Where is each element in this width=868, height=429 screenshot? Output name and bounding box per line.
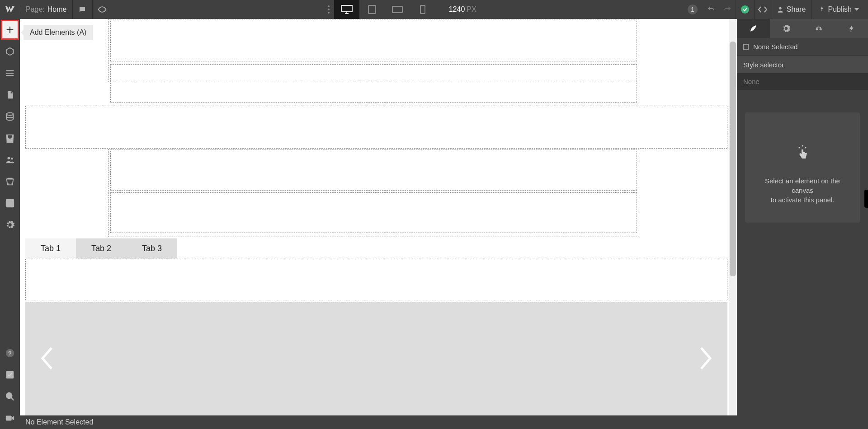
tab-content[interactable] [25, 259, 727, 300]
settings-button[interactable] [0, 192, 20, 214]
tab-1[interactable]: Tab 1 [25, 238, 76, 259]
tab-3[interactable]: Tab 3 [127, 238, 177, 259]
tabs-element[interactable]: Tab 1 Tab 2 Tab 3 [25, 238, 177, 259]
svg-rect-18 [6, 416, 12, 421]
canvas-element[interactable] [110, 64, 637, 103]
style-selector-input[interactable]: None [737, 73, 868, 90]
svg-point-2 [328, 12, 330, 14]
topbar-right: 1 Share Publish [688, 0, 868, 19]
redo-button[interactable] [719, 0, 736, 19]
comments-button[interactable] [72, 0, 92, 19]
more-viewports-icon[interactable] [323, 5, 334, 14]
share-label: Share [787, 5, 806, 14]
empty-text-line2: to activate this panel. [754, 195, 851, 205]
selection-icon [743, 44, 749, 50]
left-sidebar: ? [0, 19, 20, 429]
right-panel-tabs [737, 19, 868, 38]
project-settings-button[interactable] [0, 214, 20, 236]
page-label: Page: [26, 5, 45, 14]
style-tab[interactable] [737, 19, 770, 38]
breadcrumb-bar: No Element Selected [20, 415, 737, 429]
svg-rect-4 [368, 5, 376, 14]
video-button[interactable] [0, 407, 20, 429]
svg-point-11 [8, 183, 9, 185]
svg-point-10 [11, 158, 13, 160]
canvas-section[interactable] [25, 106, 727, 149]
pages-button[interactable] [0, 84, 20, 106]
canvas-scrollbar[interactable] [729, 19, 737, 415]
publish-button[interactable]: Publish [812, 5, 868, 14]
top-bar: Page: Home 1240PX [0, 0, 868, 19]
canvas-width-display[interactable]: 1240PX [449, 5, 476, 14]
cms-button[interactable] [0, 106, 20, 127]
pointer-icon [796, 144, 809, 163]
selection-label: None Selected [753, 43, 797, 51]
webflow-logo[interactable] [0, 0, 20, 19]
search-button[interactable] [0, 386, 20, 407]
empty-panel-message: Select an element on the canvas to activ… [745, 112, 860, 223]
slider-next-icon[interactable] [698, 346, 714, 376]
audit-button[interactable] [0, 364, 20, 386]
viewport-desktop[interactable] [334, 0, 359, 19]
viewport-switcher: 1240PX [323, 0, 476, 19]
svg-rect-6 [420, 5, 425, 14]
svg-point-19 [816, 28, 818, 30]
scrollbar-thumb[interactable] [730, 42, 736, 276]
svg-point-23 [805, 147, 807, 149]
slider-element[interactable] [25, 302, 727, 420]
publish-label: Publish [828, 5, 852, 14]
svg-point-12 [11, 183, 13, 185]
preview-button[interactable] [92, 0, 112, 19]
code-export-button[interactable] [755, 0, 771, 19]
svg-point-21 [802, 145, 803, 147]
viewport-tablet-landscape[interactable] [385, 0, 410, 19]
canvas-area: Tab 1 Tab 2 Tab 3 No Element Selected [20, 19, 737, 429]
settings-tab[interactable] [770, 19, 803, 38]
svg-point-7 [741, 5, 749, 14]
svg-point-20 [820, 28, 822, 30]
symbols-button[interactable] [0, 41, 20, 62]
add-elements-tooltip: Add Elements (A) [24, 25, 93, 40]
svg-text:?: ? [8, 350, 12, 357]
tab-2[interactable]: Tab 2 [76, 238, 127, 259]
ecommerce-button[interactable] [0, 127, 20, 149]
undo-button[interactable] [703, 0, 719, 19]
canvas[interactable]: Tab 1 Tab 2 Tab 3 [20, 19, 737, 429]
right-panel: None Selected Style selector None Select… [737, 19, 868, 429]
empty-text-line1: Select an element on the canvas [754, 176, 851, 195]
add-elements-button[interactable] [0, 19, 20, 41]
canvas-width-value: 1240 [449, 5, 465, 13]
changes-badge[interactable]: 1 [688, 5, 698, 14]
style-selector-header: Style selector [737, 56, 868, 73]
canvas-element[interactable] [110, 151, 637, 191]
navigator-button[interactable] [0, 62, 20, 84]
assets-button[interactable] [0, 171, 20, 192]
svg-point-8 [779, 7, 781, 9]
page-selector[interactable]: Page: Home [20, 5, 72, 14]
status-ok-icon[interactable] [736, 5, 754, 14]
slider-prev-icon[interactable] [39, 346, 54, 376]
users-button[interactable] [0, 149, 20, 171]
effects-tab[interactable] [835, 19, 868, 38]
help-button[interactable]: ? [0, 342, 20, 364]
canvas-element[interactable] [110, 21, 637, 61]
page-name: Home [47, 5, 67, 14]
svg-rect-5 [392, 6, 402, 13]
svg-rect-3 [341, 5, 352, 12]
viewport-tablet[interactable] [359, 0, 385, 19]
svg-point-22 [799, 147, 800, 149]
svg-point-1 [328, 9, 330, 10]
viewport-mobile[interactable] [410, 0, 435, 19]
panel-collapse-handle[interactable] [864, 190, 868, 208]
breadcrumb-text: No Element Selected [25, 418, 93, 426]
canvas-width-unit: PX [467, 5, 476, 13]
svg-point-17 [6, 393, 12, 399]
share-button[interactable]: Share [771, 5, 811, 14]
canvas-element[interactable] [110, 192, 637, 233]
selection-row: None Selected [737, 38, 868, 56]
interactions-tab[interactable] [802, 19, 835, 38]
svg-point-0 [328, 5, 330, 7]
svg-point-9 [8, 157, 10, 160]
